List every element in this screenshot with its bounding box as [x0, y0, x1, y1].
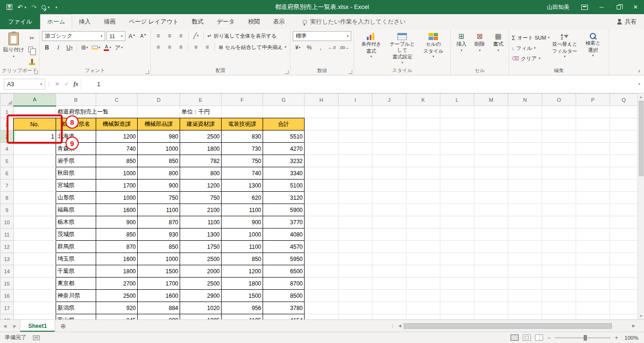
- cell-F13[interactable]: 850: [222, 253, 263, 265]
- cell-P10[interactable]: [576, 216, 610, 229]
- cell-A14[interactable]: [14, 265, 56, 278]
- cell-F8[interactable]: 620: [222, 192, 263, 204]
- cell-O4[interactable]: [542, 143, 576, 155]
- cell-Q16[interactable]: [610, 290, 638, 302]
- cell-G2[interactable]: 合計: [263, 118, 305, 131]
- cell-M17[interactable]: [474, 302, 508, 314]
- cell-N2[interactable]: [508, 118, 542, 131]
- cell-L14[interactable]: [440, 265, 474, 278]
- cell-G13[interactable]: 5950: [263, 253, 305, 265]
- cell-G8[interactable]: 3120: [263, 192, 305, 204]
- font-dialog-launcher-icon[interactable]: [145, 70, 149, 74]
- cell-M18[interactable]: [474, 314, 508, 320]
- cell-P7[interactable]: [576, 180, 610, 192]
- cell-Q8[interactable]: [610, 192, 638, 204]
- page-break-view-icon[interactable]: [535, 335, 543, 341]
- cell-I10[interactable]: [339, 216, 372, 229]
- cell-D1[interactable]: [138, 106, 180, 118]
- column-header-I[interactable]: I: [339, 94, 372, 106]
- enter-entry-button[interactable]: ✓: [62, 81, 71, 87]
- cell-M1[interactable]: [474, 106, 508, 118]
- number-format-select[interactable]: 標準▾: [293, 31, 351, 41]
- row-header-5[interactable]: 5: [0, 155, 14, 167]
- cell-I14[interactable]: [339, 265, 372, 278]
- cell-D4[interactable]: 1000: [138, 143, 180, 155]
- cell-B11[interactable]: 茨城県: [56, 229, 96, 241]
- cell-D10[interactable]: 870: [138, 216, 180, 229]
- cell-H9[interactable]: [305, 204, 339, 216]
- cell-Q17[interactable]: [610, 302, 638, 314]
- cell-K5[interactable]: [406, 155, 440, 167]
- cell-K16[interactable]: [406, 290, 440, 302]
- cell-G12[interactable]: 4570: [263, 241, 305, 253]
- cell-G9[interactable]: 5900: [263, 204, 305, 216]
- cell-F4[interactable]: 730: [222, 143, 263, 155]
- row-header-16[interactable]: 16: [0, 290, 14, 302]
- merge-center-button[interactable]: ⊞セルを結合して中央揃え▾: [217, 42, 288, 52]
- column-header-O[interactable]: O: [542, 94, 576, 106]
- cell-J5[interactable]: [372, 155, 406, 167]
- restore-button[interactable]: [610, 0, 627, 14]
- cell-I13[interactable]: [339, 253, 372, 265]
- cell-E7[interactable]: 1200: [180, 180, 222, 192]
- fill-color-button[interactable]: ▾: [91, 43, 101, 52]
- cell-O16[interactable]: [542, 290, 576, 302]
- cell-Q7[interactable]: [610, 180, 638, 192]
- page-layout-view-icon[interactable]: [523, 335, 531, 341]
- cell-P14[interactable]: [576, 265, 610, 278]
- cell-K8[interactable]: [406, 192, 440, 204]
- cell-I9[interactable]: [339, 204, 372, 216]
- cell-J7[interactable]: [372, 180, 406, 192]
- cell-F2[interactable]: 電装技術課: [222, 118, 263, 131]
- cell-A15[interactable]: [14, 278, 56, 290]
- normal-view-icon[interactable]: [511, 335, 519, 341]
- tab-page-layout[interactable]: ページ レイアウト: [122, 14, 185, 29]
- cell-E1[interactable]: 単位：千円: [180, 106, 222, 118]
- cell-J18[interactable]: [372, 314, 406, 320]
- tab-draw[interactable]: 描画: [97, 14, 122, 29]
- cell-K2[interactable]: [406, 118, 440, 131]
- cell-C3[interactable]: 1200: [96, 131, 138, 143]
- cell-O11[interactable]: [542, 229, 576, 241]
- cell-D7[interactable]: 900: [138, 180, 180, 192]
- cell-K12[interactable]: [406, 241, 440, 253]
- row-header-10[interactable]: 10: [0, 216, 14, 229]
- row-header-13[interactable]: 13: [0, 253, 14, 265]
- cell-C5[interactable]: 850: [96, 155, 138, 167]
- cell-H8[interactable]: [305, 192, 339, 204]
- cell-A16[interactable]: [14, 290, 56, 302]
- align-left-button[interactable]: ≡: [153, 42, 163, 52]
- cell-B17[interactable]: 新潟県: [56, 302, 96, 314]
- cell-P1[interactable]: [576, 106, 610, 118]
- column-header-B[interactable]: B: [56, 94, 96, 106]
- cell-P11[interactable]: [576, 229, 610, 241]
- cell-I16[interactable]: [339, 290, 372, 302]
- font-name-select[interactable]: 游ゴシック▾: [42, 31, 105, 41]
- clear-button[interactable]: ⌫クリア▾: [512, 54, 550, 63]
- sheet-nav-prev-icon[interactable]: ◀: [0, 324, 10, 328]
- cell-N10[interactable]: [508, 216, 542, 229]
- format-as-table-button[interactable]: テーブルとして書式設定▾: [388, 31, 417, 67]
- cell-J4[interactable]: [372, 143, 406, 155]
- autosum-button[interactable]: Σオート SUM▾: [512, 33, 550, 42]
- cell-F7[interactable]: 1300: [222, 180, 263, 192]
- cell-N11[interactable]: [508, 229, 542, 241]
- cell-K4[interactable]: [406, 143, 440, 155]
- cell-E14[interactable]: 2000: [180, 265, 222, 278]
- clipboard-dialog-launcher-icon[interactable]: [34, 70, 38, 74]
- cell-D13[interactable]: 1000: [138, 253, 180, 265]
- cell-H10[interactable]: [305, 216, 339, 229]
- row-header-14[interactable]: 14: [0, 265, 14, 278]
- cell-O10[interactable]: [542, 216, 576, 229]
- fill-button[interactable]: ↓フィル▾: [512, 43, 550, 53]
- cell-D15[interactable]: 1700: [138, 278, 180, 290]
- cell-B10[interactable]: 栃木県: [56, 216, 96, 229]
- cell-P4[interactable]: [576, 143, 610, 155]
- cell-C6[interactable]: 1000: [96, 167, 138, 180]
- cell-L13[interactable]: [440, 253, 474, 265]
- row-header-15[interactable]: 15: [0, 278, 14, 290]
- cell-H6[interactable]: [305, 167, 339, 180]
- cell-H18[interactable]: [305, 314, 339, 320]
- cell-E17[interactable]: 1020: [180, 302, 222, 314]
- cell-N7[interactable]: [508, 180, 542, 192]
